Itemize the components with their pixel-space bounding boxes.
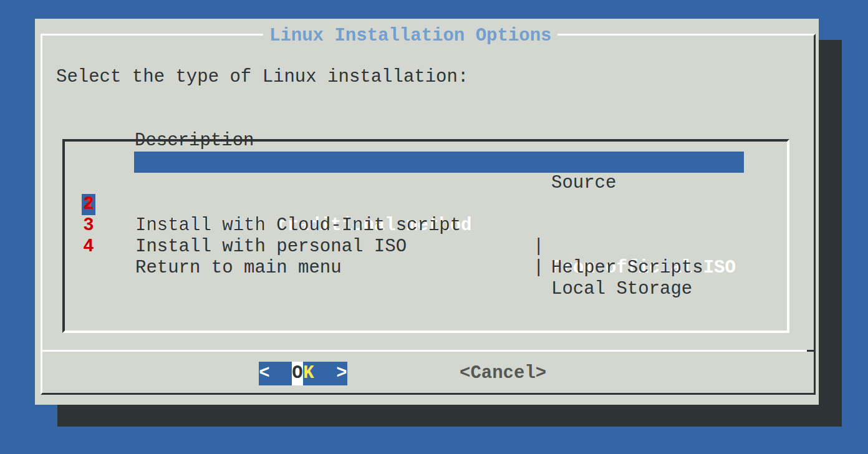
installation-options-dialog: Linux Installation Options Select the ty…: [35, 19, 819, 405]
menu-item-source: Local Storage: [551, 279, 692, 300]
terminal-screen: Linux Installation Options Select the ty…: [0, 0, 868, 454]
ok-hotkey-char: K: [303, 362, 314, 385]
menu-item-return-main-menu[interactable]: 4 Return to main menu: [65, 215, 787, 236]
cancel-button[interactable]: <Cancel>: [460, 362, 546, 385]
column-header-row: Description | Source: [35, 109, 819, 130]
ok-button[interactable]: < O K >: [259, 362, 347, 385]
separator-dark-cap: [807, 350, 816, 352]
button-area-separator: [41, 350, 816, 352]
menu-item-description: Return to main menu: [135, 258, 342, 279]
menu-item-source: Helper Scripts: [551, 258, 703, 279]
menu-item-separator: |: [533, 258, 544, 279]
menu-item-separator: |: [533, 236, 544, 258]
menu-item-description: Install with personal ISO: [135, 236, 407, 258]
ok-cursor-char: O: [292, 362, 303, 385]
menu-item-traditional[interactable]: 1 Install with traditional method | From…: [65, 152, 787, 173]
ok-bracket-left: <: [259, 362, 270, 385]
selection-highlight: [134, 152, 744, 173]
menu-item-cloud-init[interactable]: 2 Install with Cloud-Init script | Helpe…: [65, 173, 787, 194]
ok-spacer: [314, 362, 336, 385]
ok-bracket-right: >: [336, 362, 347, 385]
ok-spacer: [270, 362, 292, 385]
menu-item-personal-iso[interactable]: 3 Install with personal ISO | Local Stor…: [65, 194, 787, 215]
menu-listbox[interactable]: 1 Install with traditional method | From…: [62, 139, 789, 333]
menu-item-key: 4: [82, 236, 95, 258]
dialog-title: Linux Installation Options: [263, 26, 557, 47]
prompt-text: Select the type of Linux installation:: [56, 67, 468, 88]
